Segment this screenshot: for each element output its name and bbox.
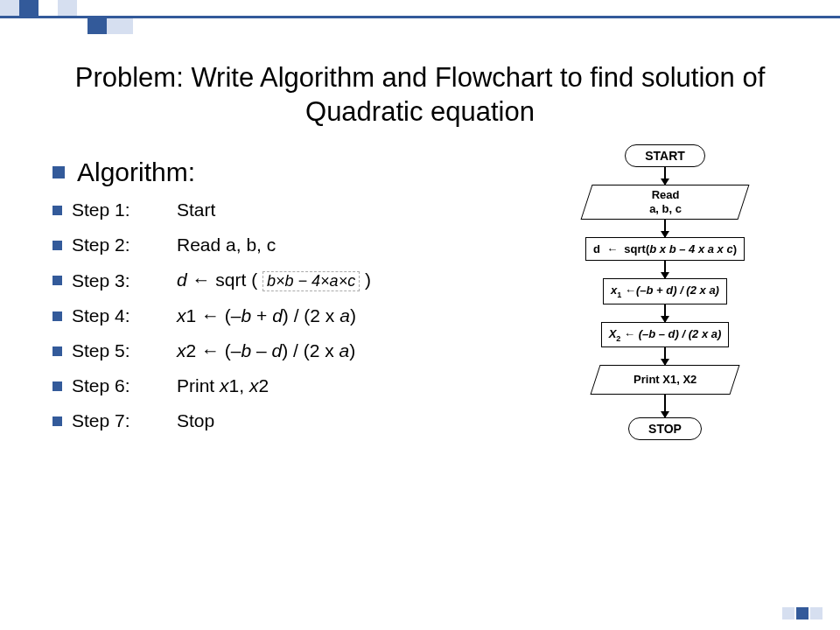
step-text: x1 ← (–b + d) / (2 x a) bbox=[177, 305, 356, 326]
bullet-icon bbox=[52, 312, 62, 321]
flowchart-start: START bbox=[625, 144, 705, 167]
step-text: Stop bbox=[177, 410, 214, 431]
flow-arrow-icon bbox=[664, 304, 666, 322]
bullet-icon bbox=[52, 206, 62, 215]
step-4: Step 4: x1 ← (–b + d) / (2 x a) bbox=[52, 305, 490, 326]
flowchart-calc-x1: x1 ←(–b + d) / (2 x a) bbox=[603, 278, 727, 304]
flow-arrow-icon bbox=[664, 347, 666, 365]
flow-arrow-icon bbox=[664, 395, 666, 417]
bullet-icon bbox=[52, 416, 62, 426]
slide-decoration-bottom bbox=[780, 607, 822, 620]
bullet-icon bbox=[52, 382, 62, 391]
step-label: Step 5: bbox=[72, 340, 177, 361]
algorithm-heading: Algorithm: bbox=[77, 158, 195, 187]
bullet-icon bbox=[52, 276, 62, 285]
slide-title: Problem: Write Algorithm and Flowchart t… bbox=[44, 61, 796, 130]
step-6: Step 6: Print x1, x2 bbox=[52, 375, 490, 396]
flowchart-stop: STOP bbox=[628, 417, 702, 440]
bullet-icon bbox=[52, 241, 62, 250]
flowchart-print: Print X1, X2 bbox=[590, 365, 739, 395]
flow-arrow-icon bbox=[664, 261, 666, 278]
flowchart: START Reada, b, c d ← sqrt(b x b – 4 x a… bbox=[542, 144, 788, 440]
bullet-icon bbox=[52, 166, 65, 178]
step-label: Step 3: bbox=[72, 270, 177, 291]
step-2: Step 2: Read a, b, c bbox=[52, 234, 490, 256]
step-3: Step 3: d ← sqrt ( b×b − 4×a×c ) bbox=[52, 270, 490, 291]
step-text: x2 ← (–b – d) / (2 x a) bbox=[177, 340, 355, 361]
step-7: Step 7: Stop bbox=[52, 410, 490, 431]
step-1: Step 1: Start bbox=[52, 200, 490, 220]
algorithm-section: Algorithm: Step 1: Start Step 2: Read a,… bbox=[52, 158, 490, 445]
step-text: Print x1, x2 bbox=[177, 375, 269, 396]
flowchart-calc-d: d ← sqrt(b x b – 4 x a x c) bbox=[585, 237, 745, 261]
flow-arrow-icon bbox=[664, 220, 666, 237]
step-text: Start bbox=[177, 200, 215, 220]
flow-arrow-icon bbox=[664, 167, 666, 185]
step-text: Read a, b, c bbox=[177, 234, 276, 256]
step-label: Step 4: bbox=[72, 305, 177, 326]
step-5: Step 5: x2 ← (–b – d) / (2 x a) bbox=[52, 340, 490, 361]
step-label: Step 7: bbox=[72, 410, 177, 431]
step-label: Step 1: bbox=[72, 200, 177, 220]
step-label: Step 2: bbox=[72, 234, 177, 256]
flowchart-read: Reada, b, c bbox=[581, 185, 750, 220]
bullet-icon bbox=[52, 346, 62, 356]
slide-decoration-top bbox=[0, 0, 175, 33]
flowchart-calc-x2: X2 ← (–b – d) / (2 x a) bbox=[601, 322, 730, 348]
step-label: Step 6: bbox=[72, 375, 177, 396]
step-text: d ← sqrt ( b×b − 4×a×c ) bbox=[177, 270, 371, 291]
